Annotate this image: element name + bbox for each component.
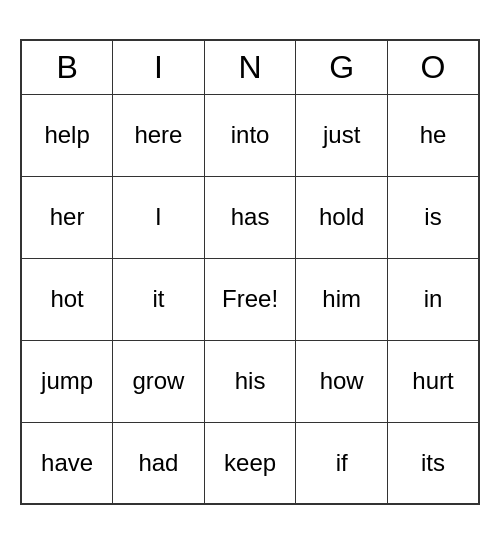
cell-r3-c3: how	[296, 340, 388, 422]
cell-r0-c3: just	[296, 94, 388, 176]
cell-r0-c4: he	[387, 94, 479, 176]
table-row: jumpgrowhishowhurt	[21, 340, 479, 422]
cell-r2-c3: him	[296, 258, 388, 340]
table-row: havehadkeepifits	[21, 422, 479, 504]
cell-r0-c1: here	[113, 94, 205, 176]
bingo-card: B I N G O helphereintojustheherIhasholdi…	[20, 39, 480, 506]
cell-r3-c4: hurt	[387, 340, 479, 422]
cell-r4-c4: its	[387, 422, 479, 504]
cell-r3-c1: grow	[113, 340, 205, 422]
cell-r1-c3: hold	[296, 176, 388, 258]
cell-r4-c0: have	[21, 422, 113, 504]
cell-r1-c4: is	[387, 176, 479, 258]
cell-r3-c0: jump	[21, 340, 113, 422]
cell-r2-c0: hot	[21, 258, 113, 340]
cell-r1-c0: her	[21, 176, 113, 258]
header-g: G	[296, 40, 388, 95]
cell-r1-c2: has	[204, 176, 296, 258]
cell-r2-c2: Free!	[204, 258, 296, 340]
cell-r4-c2: keep	[204, 422, 296, 504]
cell-r2-c1: it	[113, 258, 205, 340]
bingo-body: helphereintojustheherIhasholdishotitFree…	[21, 94, 479, 504]
header-row: B I N G O	[21, 40, 479, 95]
cell-r4-c1: had	[113, 422, 205, 504]
cell-r3-c2: his	[204, 340, 296, 422]
header-b: B	[21, 40, 113, 95]
table-row: helphereintojusthe	[21, 94, 479, 176]
table-row: hotitFree!himin	[21, 258, 479, 340]
header-n: N	[204, 40, 296, 95]
cell-r0-c0: help	[21, 94, 113, 176]
table-row: herIhasholdis	[21, 176, 479, 258]
cell-r4-c3: if	[296, 422, 388, 504]
cell-r0-c2: into	[204, 94, 296, 176]
header-i: I	[113, 40, 205, 95]
cell-r1-c1: I	[113, 176, 205, 258]
header-o: O	[387, 40, 479, 95]
cell-r2-c4: in	[387, 258, 479, 340]
